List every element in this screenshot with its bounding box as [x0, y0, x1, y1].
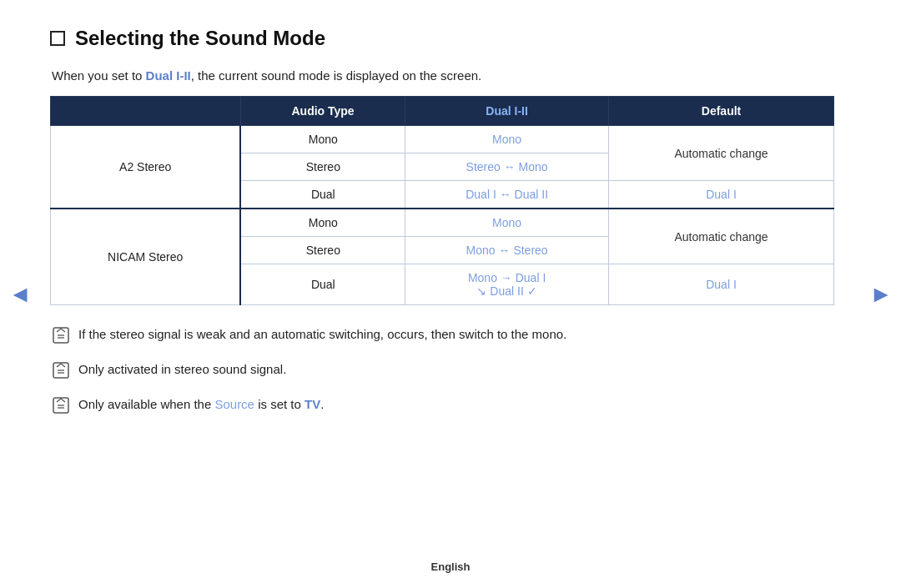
note-text-3: Only available when the Source is set to…	[78, 395, 324, 415]
a2-stereo-audio: Stereo	[240, 153, 405, 181]
page-title: Selecting the Sound Mode	[75, 27, 325, 50]
a2-dual-dual: Dual I ↔ Dual II	[405, 181, 609, 209]
a2-stereo-dual: Stereo ↔ Mono	[405, 153, 609, 181]
note-item-2: Only activated in stereo sound signal.	[52, 360, 834, 384]
nicam-dual-default: Dual I	[609, 264, 834, 305]
note-text-1: If the stereo signal is weak and an auto…	[78, 325, 566, 344]
nicam-mono-audio: Mono	[240, 209, 405, 237]
col-header-dual: Dual I-II	[405, 97, 609, 126]
page-footer: English	[0, 560, 901, 573]
table-row: A2 Stereo Mono Mono Automatic change	[51, 126, 834, 153]
col-header-empty	[51, 97, 241, 126]
intro-text-before: When you set to	[52, 68, 146, 83]
a2-stereo-label: A2 Stereo	[51, 126, 241, 209]
nicam-dual-audio: Dual	[240, 264, 405, 305]
source-highlight: Source	[214, 397, 254, 411]
note-text-2: Only activated in stereo sound signal.	[78, 360, 286, 379]
nav-next-arrow[interactable]: ►	[868, 274, 894, 314]
page-title-section: Selecting the Sound Mode	[50, 27, 834, 50]
note-icon-2	[52, 361, 70, 384]
intro-text-after: , the current sound mode is displayed on…	[191, 68, 482, 83]
nicam-mono-dual: Mono	[405, 209, 609, 237]
nav-prev-arrow[interactable]: ◄	[7, 274, 33, 314]
right-arrow-icon: ►	[869, 281, 893, 308]
nicam-stereo-audio: Stereo	[240, 237, 405, 264]
note-item-1: If the stereo signal is weak and an auto…	[52, 325, 834, 349]
nicam-dual-dual: Mono → Dual I↘ Dual II ✓	[405, 264, 609, 305]
a2-auto-change: Automatic change	[609, 126, 834, 181]
nicam-stereo-dual: Mono ↔ Stereo	[405, 237, 609, 264]
a2-dual-default: Dual I	[609, 181, 834, 209]
a2-dual-audio: Dual	[240, 181, 405, 209]
checkbox-icon	[50, 31, 65, 46]
intro-paragraph: When you set to Dual I-II, the current s…	[52, 68, 834, 83]
note-icon-3	[52, 396, 70, 419]
note-item-3: Only available when the Source is set to…	[52, 395, 834, 419]
nicam-stereo-label: NICAM Stereo	[51, 209, 241, 305]
sound-mode-table: Audio Type Dual I-II Default A2 Stereo M…	[50, 96, 834, 305]
col-header-audio-type: Audio Type	[240, 97, 405, 126]
table-header-row: Audio Type Dual I-II Default	[51, 97, 834, 126]
intro-dual-highlight: Dual I-II	[146, 68, 191, 83]
table-row: NICAM Stereo Mono Mono Automatic change	[51, 209, 834, 237]
tv-highlight: TV	[305, 397, 320, 411]
left-arrow-icon: ◄	[8, 281, 32, 308]
a2-mono-dual: Mono	[405, 126, 609, 153]
footer-language: English	[431, 560, 471, 573]
a2-mono-audio: Mono	[240, 126, 405, 153]
nicam-auto-change: Automatic change	[609, 209, 834, 264]
col-header-default: Default	[609, 97, 834, 126]
page-content: Selecting the Sound Mode When you set to…	[0, 0, 901, 447]
notes-section: If the stereo signal is weak and an auto…	[52, 325, 834, 419]
note-icon-1	[52, 326, 70, 349]
